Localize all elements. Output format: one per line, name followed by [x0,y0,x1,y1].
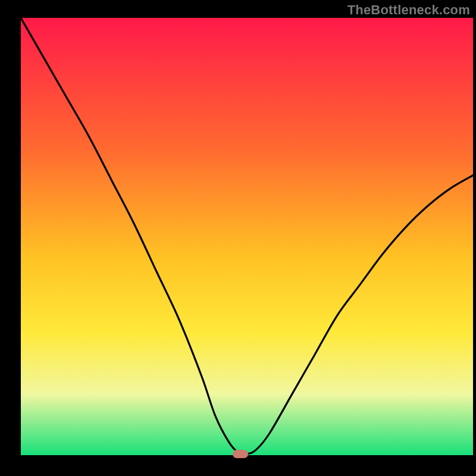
plot-area [21,18,473,455]
chart-frame: TheBottleneck.com [0,0,476,476]
optimal-point-marker [233,450,248,458]
gradient-background [21,18,473,455]
bottleneck-chart [21,18,473,455]
watermark-text: TheBottleneck.com [347,2,470,18]
